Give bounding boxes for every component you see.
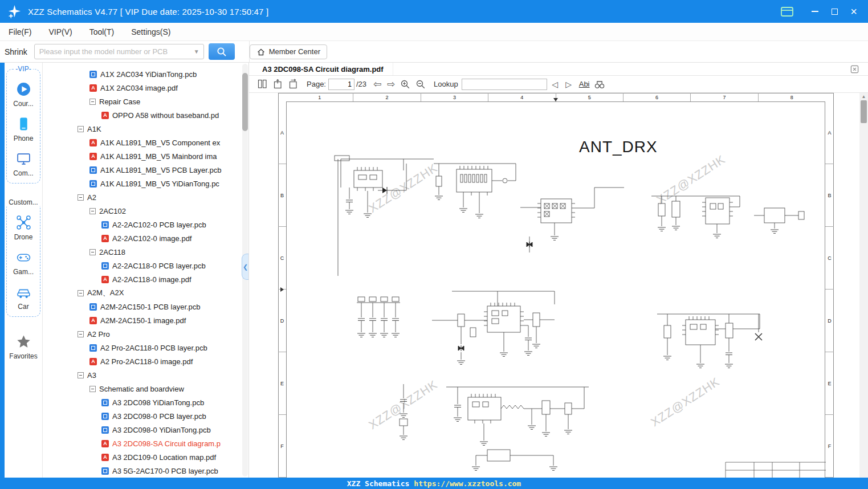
rail-item-course[interactable]: Cour...: [7, 82, 40, 108]
menu-vip[interactable]: VIP(V): [40, 23, 80, 40]
rail-item-car[interactable]: Car: [7, 284, 40, 311]
tree-item[interactable]: A1K AL1891_MB_V5 Mainbord ima: [43, 149, 248, 163]
tree-item-label: OPPO A58 without baseband.pd: [112, 111, 219, 120]
tree-item[interactable]: A2 Pro: [43, 327, 248, 341]
collapse-toggle-icon[interactable]: [78, 372, 84, 378]
grid-col-label: 4: [488, 93, 556, 101]
pcb-file-icon: [101, 413, 109, 420]
tree-item[interactable]: 2AC118: [43, 245, 248, 259]
rail-item-computer[interactable]: Com...: [7, 151, 40, 177]
zoom-out-icon[interactable]: [414, 78, 427, 91]
svg-text:XZZ@XZZHK: XZZ@XZZHK: [649, 374, 722, 429]
search-dropdown-icon[interactable]: ▼: [194, 48, 199, 55]
tree-item[interactable]: A1K: [43, 122, 248, 136]
lookup-input[interactable]: [462, 79, 547, 90]
rail-item-phone[interactable]: Phone: [7, 116, 40, 142]
tree-item-label: A1K AL1891_MB_V5 Component ex: [100, 138, 220, 147]
tree-item-label: A3 2DC098 YiDianTong.pcb: [112, 398, 204, 407]
tree-item[interactable]: A3: [43, 368, 248, 382]
tree-item[interactable]: A1K AL1891_MB_V5 PCB Layer.pcb: [43, 163, 248, 177]
close-button[interactable]: ×: [845, 3, 862, 20]
tree-item[interactable]: A2-2AC102-0 image.pdf: [43, 231, 248, 245]
tree-item[interactable]: A3 2DC098 YiDianTong.pcb: [43, 396, 248, 409]
tree-item-label: A2: [87, 193, 96, 202]
scroll-up-icon[interactable]: ▲: [859, 93, 868, 99]
tree-item[interactable]: Schematic and boardview: [43, 382, 248, 396]
maximize-button[interactable]: [826, 3, 843, 20]
search-button[interactable]: [209, 43, 235, 60]
tree-item-label: A2-2AC102-0 image.pdf: [112, 234, 191, 243]
next-page-icon[interactable]: ⇨: [385, 78, 397, 90]
tree-item[interactable]: A1K AL1891_MB_V5 YiDianTong.pc: [43, 177, 248, 190]
tree-item[interactable]: A3 2DC098-SA Circuit diagram.p: [43, 437, 248, 450]
find-previous-icon[interactable]: ◁: [549, 80, 561, 89]
document-tab-title: A3 2DC098-SA Circuit diagram.pdf: [262, 65, 384, 74]
document-tab[interactable]: A3 2DC098-SA Circuit diagram.pdf: [249, 63, 393, 75]
tree-item[interactable]: A2: [43, 190, 248, 204]
collapse-toggle-icon[interactable]: [89, 386, 96, 392]
center-fold-marker-left: [280, 287, 284, 292]
pcb-file-icon: [101, 426, 109, 434]
custom-group: Custom... Drone Gam...: [6, 198, 40, 317]
tree-item[interactable]: A1K AL1891_MB_V5 Component ex: [43, 136, 248, 149]
close-document-icon[interactable]: [850, 65, 859, 74]
menu-tool[interactable]: Tool(T): [81, 23, 123, 40]
tree-item[interactable]: A3 2DC098-0 YiDianTong.pcb: [43, 423, 248, 437]
tree-item[interactable]: A1X 2AC034 image.pdf: [43, 81, 248, 95]
tree-item[interactable]: A2M-2AC150-1 PCB layer.pcb: [43, 300, 248, 313]
fit-width-icon[interactable]: [287, 78, 300, 91]
previous-page-icon[interactable]: ⇦: [371, 78, 384, 90]
collapse-toggle-icon[interactable]: [89, 208, 96, 214]
rail-item-drone[interactable]: Drone: [7, 215, 40, 241]
top-toolbar: Shrink ▼ Member Center: [0, 41, 868, 63]
rail-item-game[interactable]: Gam...: [7, 250, 40, 276]
search-icon: [216, 46, 227, 58]
tree-item-label: A1K: [87, 125, 101, 133]
tree-item[interactable]: A2-2AC118-0 PCB layer.pcb: [43, 259, 248, 272]
minimize-button[interactable]: [806, 3, 824, 20]
facing-pages-icon[interactable]: [256, 78, 269, 91]
vip-card-icon[interactable]: [780, 5, 794, 18]
tree-item[interactable]: 2AC102: [43, 204, 248, 218]
collapse-toggle-icon[interactable]: [78, 126, 84, 132]
binoculars-icon[interactable]: [593, 78, 606, 91]
tree-item[interactable]: A2 Pro-2AC118-0 PCB layer.pcb: [43, 341, 248, 354]
collapse-toggle-icon[interactable]: [89, 99, 96, 105]
collapse-toggle-icon[interactable]: [78, 194, 84, 201]
tree-item-label: A2-2AC118-0 image.pdf: [112, 275, 191, 284]
collapse-toggle-icon[interactable]: [78, 290, 84, 296]
tree-item[interactable]: A1X 2AC034 YiDianTong.pcb: [43, 67, 248, 81]
page-number-input[interactable]: [328, 79, 354, 90]
vertical-scrollbar-thumb[interactable]: [861, 100, 867, 123]
tree-item[interactable]: A2M、A2X: [43, 286, 248, 300]
tree-item[interactable]: A3 2DC109-0 Location map.pdf: [43, 450, 248, 464]
vertical-scrollbar[interactable]: ▲: [859, 93, 868, 478]
match-case-toggle[interactable]: Abi: [579, 80, 590, 88]
model-search-box[interactable]: ▼: [34, 44, 204, 59]
fit-page-icon[interactable]: [271, 78, 284, 91]
menu-file[interactable]: File(F): [0, 23, 40, 40]
collapse-toggle-icon[interactable]: [89, 249, 96, 255]
tree-item[interactable]: OPPO A58 without baseband.pd: [43, 108, 248, 122]
search-input[interactable]: [35, 47, 194, 56]
pdf-viewer[interactable]: 1 2 3 4 5 6 7 8 A B C D E F A B C D: [249, 93, 868, 478]
tree-item[interactable]: A2-2AC102-0 PCB layer.pcb: [43, 218, 248, 231]
sheet-title: ANT_DRX: [579, 138, 658, 156]
member-center-button[interactable]: Member Center: [250, 44, 327, 59]
tree-scrollbar-thumb[interactable]: [242, 73, 248, 131]
collapse-panel-handle[interactable]: ❮: [242, 254, 248, 280]
tree-item[interactable]: A2 Pro-2AC118-0 image.pdf: [43, 354, 248, 368]
svg-text:XZZ@XZZHK: XZZ@XZZHK: [654, 152, 728, 206]
tree-item[interactable]: A3 5G-2AC170-0 PCB layer.pcb: [43, 464, 248, 478]
tree-item[interactable]: A2M-2AC150-1 image.pdf: [43, 313, 248, 327]
rail-item-favorites[interactable]: Favorites: [5, 334, 42, 360]
collapse-toggle-icon[interactable]: [78, 331, 84, 337]
tree-item[interactable]: Repair Case: [43, 95, 248, 108]
favorites-label: Favorites: [9, 352, 37, 360]
shrink-button[interactable]: Shrink: [5, 47, 27, 56]
menu-settings[interactable]: Settings(S): [123, 23, 179, 40]
tree-item[interactable]: A3 2DC098-0 PCB layer.pcb: [43, 409, 248, 423]
zoom-in-icon[interactable]: [398, 78, 411, 91]
tree-item[interactable]: A2-2AC118-0 image.pdf: [43, 272, 248, 286]
find-next-icon[interactable]: ▷: [563, 80, 574, 89]
